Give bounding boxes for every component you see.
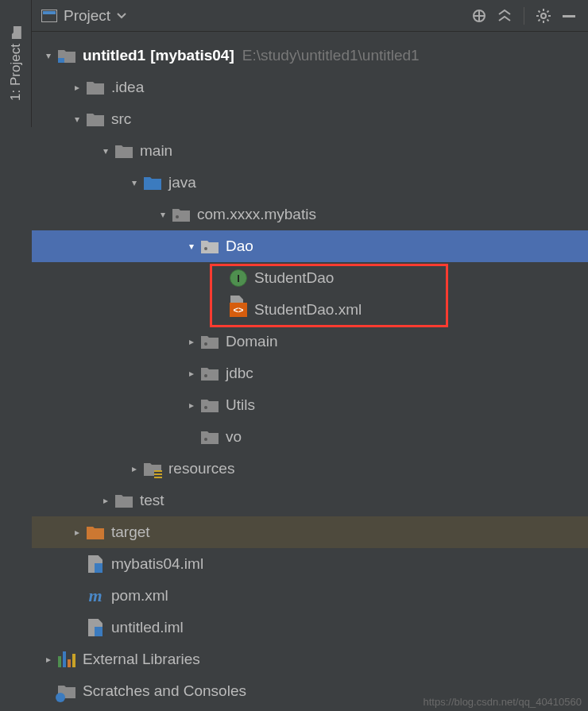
tree-node-domain[interactable]: ▸ Domain xyxy=(32,326,588,357)
chevron-right-icon: ▸ xyxy=(184,336,199,347)
tree-node-jdbc[interactable]: ▸ jdbc xyxy=(32,357,588,389)
main-label: main xyxy=(140,142,172,160)
folder-icon xyxy=(114,491,133,510)
chevron-down-icon: ▾ xyxy=(41,50,56,61)
project-tool-window: Project ▾ untitled1 xyxy=(32,0,588,711)
collapse-all-icon[interactable] xyxy=(495,6,514,25)
package-icon xyxy=(200,396,219,415)
project-tab-label: 1: Project xyxy=(8,44,24,101)
folder-icon xyxy=(86,78,105,97)
chevron-right-icon: ▸ xyxy=(70,527,84,538)
target-label: target xyxy=(111,524,150,541)
toolbar-separator xyxy=(524,7,524,25)
svg-point-10 xyxy=(204,406,207,409)
maven-icon: m xyxy=(86,586,105,605)
package-icon xyxy=(200,332,219,351)
tree-node-resources[interactable]: ▸ resources xyxy=(32,453,588,485)
src-label: src xyxy=(111,110,131,128)
dao-label: Dao xyxy=(226,238,253,255)
module-folder-icon xyxy=(57,46,76,65)
svg-point-3 xyxy=(541,14,546,18)
svg-rect-4 xyxy=(563,15,575,17)
tree-node-package[interactable]: ▾ com.xxxx.mybatis xyxy=(32,199,588,230)
chevron-down-icon: ▾ xyxy=(99,145,113,156)
svg-point-6 xyxy=(176,215,179,218)
tree-node-root[interactable]: ▾ untitled1 [mybatis04] E:\study\untitle… xyxy=(32,40,588,71)
project-view-selector[interactable]: Project xyxy=(41,7,126,25)
chevron-right-icon: ▸ xyxy=(184,400,199,411)
svg-point-8 xyxy=(204,342,207,346)
chevron-down-icon: ▾ xyxy=(127,177,141,188)
test-label: test xyxy=(140,492,164,509)
hide-icon[interactable] xyxy=(559,6,578,25)
iml2-label: untitled.iml xyxy=(111,619,184,636)
window-icon xyxy=(41,10,57,22)
folder-icon xyxy=(86,110,105,129)
source-folder-icon xyxy=(143,173,162,192)
tree-node-utils[interactable]: ▸ Utils xyxy=(32,389,588,421)
folder-icon xyxy=(114,141,133,160)
package-icon xyxy=(172,205,191,224)
tree-node-external-libraries[interactable]: ▸ External Libraries xyxy=(32,643,588,675)
pom-label: pom.xml xyxy=(111,587,168,605)
tree-node-studentdao[interactable]: ▸ I StudentDao xyxy=(32,262,588,294)
chevron-right-icon: ▸ xyxy=(99,495,113,506)
root-path: E:\study\untitled1\untitled1 xyxy=(242,47,420,64)
chevron-right-icon: ▸ xyxy=(41,654,56,665)
scratches-label: Scratches and Consoles xyxy=(83,682,246,700)
svg-point-7 xyxy=(204,247,207,250)
studentdao-label: StudentDao xyxy=(254,269,334,287)
tree-node-pom[interactable]: ▸ m pom.xml xyxy=(32,580,588,612)
tree-node-java[interactable]: ▾ java xyxy=(32,167,588,199)
chevron-down-icon: ▾ xyxy=(156,209,170,220)
gear-icon[interactable] xyxy=(534,6,553,25)
tree-node-target[interactable]: ▸ target xyxy=(32,516,588,548)
java-label: java xyxy=(168,174,196,191)
iml-file-icon xyxy=(86,618,105,637)
xml-file-icon: <> xyxy=(229,300,248,319)
ext-lib-label: External Libraries xyxy=(83,651,200,668)
watermark: https://blog.csdn.net/qq_40410560 xyxy=(424,696,582,708)
chevron-down-icon: ▾ xyxy=(184,241,199,252)
vo-label: vo xyxy=(226,428,242,446)
iml-file-icon xyxy=(86,555,105,574)
tree-node-studentdao-xml[interactable]: ▸ <> StudentDao.xml xyxy=(32,294,588,326)
package-label: com.xxxx.mybatis xyxy=(197,206,316,223)
project-view-label: Project xyxy=(64,7,110,25)
tree-node-iml2[interactable]: ▸ untitled.iml xyxy=(32,612,588,643)
resources-label: resources xyxy=(168,460,234,477)
tree-node-dao[interactable]: ▾ Dao xyxy=(32,230,588,262)
root-name: untitled1 xyxy=(83,47,145,64)
project-tree[interactable]: ▾ untitled1 [mybatis04] E:\study\untitle… xyxy=(32,32,588,707)
studentdao-xml-label: StudentDao.xml xyxy=(254,301,362,319)
tree-node-test[interactable]: ▸ test xyxy=(32,485,588,516)
svg-point-11 xyxy=(204,438,207,441)
scratches-icon xyxy=(57,682,76,701)
interface-icon: I xyxy=(229,269,248,288)
libraries-icon xyxy=(57,650,76,669)
package-icon xyxy=(200,237,219,256)
tree-node-src[interactable]: ▾ src xyxy=(32,103,588,135)
tool-window-tab-project[interactable]: 1: Project xyxy=(0,0,32,127)
chevron-down-icon: ▾ xyxy=(70,114,84,125)
resources-folder-icon xyxy=(143,459,162,478)
project-toolbar: Project xyxy=(32,0,588,32)
chevron-right-icon: ▸ xyxy=(70,82,84,93)
tree-node-main[interactable]: ▾ main xyxy=(32,135,588,167)
utils-label: Utils xyxy=(226,396,255,414)
package-icon xyxy=(200,364,219,383)
select-opened-file-icon[interactable] xyxy=(470,6,489,25)
chevron-down-icon xyxy=(117,13,126,19)
svg-point-9 xyxy=(204,374,207,377)
svg-rect-5 xyxy=(58,58,64,63)
package-icon xyxy=(200,427,219,446)
tree-node-vo[interactable]: ▸ vo xyxy=(32,421,588,453)
domain-label: Domain xyxy=(226,333,277,350)
tree-node-idea[interactable]: ▸ .idea xyxy=(32,71,588,103)
root-module: [mybatis04] xyxy=(150,47,234,64)
tree-node-iml1[interactable]: ▸ mybatis04.iml xyxy=(32,548,588,580)
iml1-label: mybatis04.iml xyxy=(111,555,203,573)
jdbc-label: jdbc xyxy=(226,365,253,382)
excluded-folder-icon xyxy=(86,523,105,542)
chevron-right-icon: ▸ xyxy=(184,368,199,379)
